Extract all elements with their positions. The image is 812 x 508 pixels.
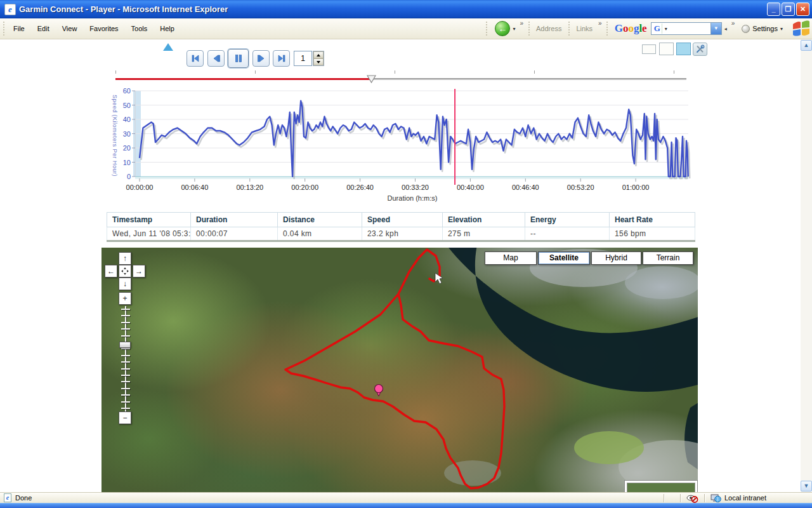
status-bar: e Done Local intranet <box>0 492 812 503</box>
player-settings-button[interactable] <box>693 43 707 56</box>
google-g-icon[interactable]: G <box>652 23 662 34</box>
google-overflow-icon[interactable]: » <box>730 20 737 27</box>
menu-item-tools[interactable]: Tools <box>125 23 154 34</box>
scroll-up-button[interactable]: ▲ <box>801 40 812 51</box>
google-search-box[interactable]: G ▾ ▾ <box>651 22 722 35</box>
windows-flag-logo <box>792 20 811 37</box>
map-pan-right-button[interactable]: → <box>133 265 145 277</box>
table-cell: 23.2 kph <box>362 227 443 241</box>
zoom-tick <box>121 315 130 316</box>
google-search-dropdown[interactable]: ▾ <box>710 23 721 34</box>
privacy-blocked-icon <box>686 494 699 503</box>
map-overview-inset[interactable] <box>624 480 698 492</box>
table-header-elevation: Elevation <box>443 213 525 227</box>
field-patch <box>574 431 644 464</box>
timeline-slider-thumb[interactable] <box>367 75 376 83</box>
pause-icon <box>233 53 244 64</box>
frame-step-input[interactable] <box>294 51 312 66</box>
vertical-scrollbar[interactable]: ▲ ▼ <box>801 39 812 492</box>
google-g-dropdown-icon[interactable]: ▾ <box>662 26 670 32</box>
y-tick-label: 0 <box>127 173 131 180</box>
x-tick-label: 00:13:20 <box>236 184 263 191</box>
table-header-speed: Speed <box>362 213 443 227</box>
map-overlay <box>102 248 698 492</box>
google-logo-letter: G <box>615 22 623 34</box>
urban-patch <box>625 266 698 299</box>
map-type-hybrid-button[interactable]: Hybrid <box>591 251 641 265</box>
map-zoom-in-button[interactable]: + <box>119 292 131 305</box>
step-forward-button[interactable] <box>252 50 270 67</box>
google-collapse-icon[interactable]: ◂ <box>722 26 730 32</box>
toolbar-grip <box>527 22 530 36</box>
table-header-duration: Duration <box>191 213 278 227</box>
gps-track <box>285 250 504 488</box>
skip-to-end-button[interactable] <box>273 50 290 67</box>
status-separator <box>680 494 681 502</box>
zoom-tick <box>121 408 130 409</box>
page-status-icon: e <box>4 493 11 502</box>
map-type-terrain-button[interactable]: Terrain <box>643 251 693 265</box>
map-zoom-handle[interactable] <box>119 342 131 348</box>
back-button[interactable]: ← <box>495 21 510 36</box>
settings-button[interactable]: Settings <box>752 25 778 32</box>
back-dropdown-icon[interactable]: ▾ <box>510 26 518 32</box>
zoom-tick <box>121 328 130 330</box>
x-tick-label: 00:46:40 <box>512 184 539 191</box>
map-canvas[interactable]: ↑ ← → ↓ + − MapSatelliteHybridTerrain <box>102 248 698 492</box>
status-separator <box>664 494 665 502</box>
step-back-button[interactable] <box>207 50 225 67</box>
toolbar-grip <box>606 22 609 36</box>
speed-line-shadow <box>141 103 690 178</box>
zoom-tick <box>121 368 130 370</box>
maximize-button[interactable]: ❐ <box>782 3 795 16</box>
y-tick-label: 30 <box>123 130 131 138</box>
scroll-down-button[interactable]: ▼ <box>801 481 812 491</box>
chart-x-axis-label: Duration (h:m:s) <box>388 194 438 202</box>
x-tick-label: 00:40:00 <box>457 184 484 191</box>
menu-item-edit[interactable]: Edit <box>31 23 56 34</box>
step-back-icon <box>211 53 221 64</box>
zoom-tick <box>121 355 130 356</box>
spinner-down-button[interactable] <box>313 58 324 65</box>
settings-dropdown-icon[interactable]: ▾ <box>778 26 785 32</box>
spinner-up-button[interactable] <box>313 51 324 58</box>
table-header-energy: Energy <box>525 213 610 227</box>
player-size-large-button[interactable] <box>676 43 691 55</box>
y-tick-label: 50 <box>123 102 131 109</box>
close-button[interactable]: ✕ <box>796 3 809 16</box>
map-zoom-slider[interactable] <box>123 306 128 411</box>
player-size-small-button[interactable] <box>642 44 656 54</box>
map-type-satellite-button[interactable]: Satellite <box>538 251 590 265</box>
speed-chart: 010203040506000:00:0000:06:4000:13:2000:… <box>102 88 698 206</box>
skip-end-icon <box>277 53 287 64</box>
player-size-medium-button[interactable] <box>659 43 674 55</box>
menu-item-view[interactable]: View <box>56 23 84 34</box>
collapse-player-icon[interactable] <box>163 43 173 51</box>
map-recenter-button[interactable] <box>119 265 131 277</box>
toolbar-overflow-icon[interactable]: » <box>518 20 525 27</box>
zoom-tick <box>121 401 130 403</box>
map-zoom-out-button[interactable]: − <box>119 411 131 424</box>
pause-button[interactable] <box>228 49 249 68</box>
menu-item-help[interactable]: Help <box>154 23 181 34</box>
timeline-tick <box>115 70 116 74</box>
menu-item-file[interactable]: File <box>7 23 31 34</box>
recenter-icon <box>121 267 129 275</box>
map-pan-left-button[interactable]: ← <box>105 265 117 277</box>
menu-item-favorites[interactable]: Favorites <box>83 23 124 34</box>
settings-sphere-icon[interactable] <box>742 25 750 33</box>
zoom-tick <box>121 375 130 376</box>
zoom-tick <box>121 309 130 310</box>
minimize-button[interactable]: _ <box>767 3 780 16</box>
links-overflow-icon[interactable]: » <box>596 20 604 27</box>
google-toolbar-logo: Google <box>611 22 651 35</box>
map-pan-down-button[interactable]: ↓ <box>119 277 131 290</box>
map-pan-up-button[interactable]: ↑ <box>119 252 131 265</box>
table-header-timestamp: Timestamp <box>107 213 191 227</box>
zoom-tick <box>121 335 130 337</box>
table-cell: 275 m <box>443 227 525 241</box>
map-type-map-button[interactable]: Map <box>485 251 537 265</box>
links-bar-label: Links <box>572 25 596 32</box>
x-tick-label: 00:20:00 <box>291 184 318 191</box>
skip-to-start-button[interactable] <box>187 50 204 67</box>
